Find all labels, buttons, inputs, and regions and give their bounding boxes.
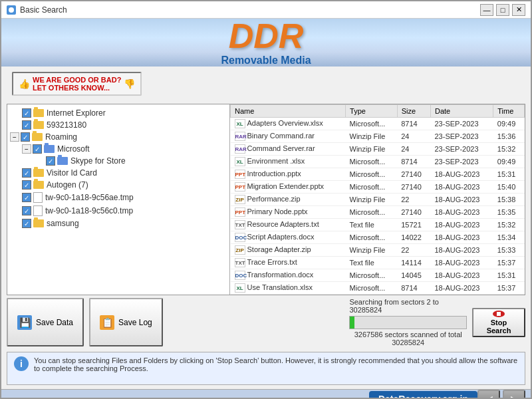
- file-type-icon: RAR: [235, 132, 245, 141]
- tree-item-visitor-id-card[interactable]: ✓Visitor Id Card: [7, 167, 229, 179]
- file-type-cell: Microsoft...: [346, 282, 398, 295]
- file-size-cell: 8714: [397, 282, 430, 295]
- stop-search-button[interactable]: StopSearch: [472, 308, 525, 337]
- tree-item-roaming[interactable]: −✓Roaming: [7, 131, 229, 143]
- tree-item-microsoft[interactable]: −✓Microsoft: [7, 143, 229, 155]
- file-name-cell: ZIPStorage Adapter.zip: [231, 244, 346, 257]
- save-log-icon: 📋: [100, 315, 114, 330]
- file-name-cell: DOCScript Adapters.docx: [231, 231, 346, 244]
- file-size-cell: 24: [397, 143, 430, 156]
- checkbox[interactable]: ✓: [22, 108, 31, 118]
- table-row[interactable]: XLEnvironment .xlsx Microsoft... 8714 23…: [231, 156, 525, 168]
- file-table: NameTypeSizeDateTime XLAdapters Overview…: [230, 104, 525, 295]
- file-date-cell: 18-AUG-2023: [431, 194, 493, 206]
- file-date-cell: 18-AUG-2023: [431, 269, 493, 282]
- tree-label: Autogen (7): [47, 180, 88, 190]
- tree-item-tw2[interactable]: ✓tw-9c0-1a18-9c56c0.tmp: [7, 204, 229, 217]
- file-size-cell: 27140: [397, 206, 430, 219]
- close-button[interactable]: ✕: [512, 4, 525, 16]
- file-panel[interactable]: NameTypeSizeDateTime XLAdapters Overview…: [230, 104, 525, 295]
- file-time-cell: 15:33: [493, 244, 525, 257]
- file-size-cell: 22: [397, 194, 430, 206]
- header: DDR Removable Media: [1, 19, 531, 66]
- banner-text: WE ARE GOOD OR BAD? LET OTHERS KNOW...: [33, 76, 121, 92]
- maximize-button[interactable]: □: [496, 4, 509, 16]
- save-log-button[interactable]: 📋 Save Log: [89, 298, 163, 346]
- file-type-cell: Winzip File: [346, 130, 398, 143]
- tree-item-593213180[interactable]: ✓593213180: [7, 119, 229, 131]
- file-time-cell: 15:38: [493, 194, 525, 206]
- table-row[interactable]: XLAdapters Overview.xlsx Microsoft... 87…: [231, 118, 525, 130]
- file-type-cell: Microsoft...: [346, 118, 398, 130]
- back-button[interactable]: ◀: [477, 390, 500, 399]
- forward-button[interactable]: ▶: [503, 390, 525, 399]
- tree-label: Internet Explorer: [47, 108, 106, 118]
- file-name-cell: PPTIntroduction.pptx: [231, 168, 346, 181]
- file-type-icon: ZIP: [235, 245, 245, 255]
- table-row[interactable]: ZIPStorage Adapter.zip Winzip File 22 18…: [231, 244, 525, 257]
- file-type-cell: Winzip File: [346, 143, 398, 156]
- checkbox[interactable]: ✓: [21, 132, 30, 142]
- file-time-cell: 15:37: [493, 282, 525, 295]
- save-log-label: Save Log: [118, 318, 152, 327]
- minimize-button[interactable]: —: [480, 4, 493, 16]
- banner[interactable]: 👍 WE ARE GOOD OR BAD? LET OTHERS KNOW...…: [12, 72, 142, 96]
- titlebar-left: Basic Search: [7, 5, 67, 15]
- table-row[interactable]: PPTMigration Extender.pptx Microsoft... …: [231, 181, 525, 194]
- table-row[interactable]: TXTTrace Errors.txt Text file 14114 18-A…: [231, 257, 525, 269]
- checkbox[interactable]: ✓: [46, 156, 55, 166]
- table-row[interactable]: DOCScript Adapters.docx Microsoft... 140…: [231, 231, 525, 244]
- table-row[interactable]: TXTResource Adapters.txt Text file 15721…: [231, 219, 525, 231]
- column-header-date[interactable]: Date: [431, 105, 493, 118]
- file-type-icon: XL: [235, 119, 245, 128]
- save-data-button[interactable]: 💾 Save Data: [7, 298, 84, 346]
- table-row[interactable]: ZIPPerformance.zip Winzip File 22 18-AUG…: [231, 194, 525, 206]
- tree-item-samsung[interactable]: ✓samsung: [7, 217, 229, 229]
- file-date-cell: 18-AUG-2023: [431, 181, 493, 194]
- file-time-cell: 09:49: [493, 118, 525, 130]
- table-row[interactable]: RARCommand Server.rar Winzip File 24 23-…: [231, 143, 525, 156]
- column-header-size[interactable]: Size: [397, 105, 430, 118]
- checkbox[interactable]: ✓: [22, 219, 31, 228]
- table-row[interactable]: XLUse Translation.xlsx Microsoft... 8714…: [231, 282, 525, 295]
- table-row[interactable]: PPTPrimary Node.pptx Microsoft... 27140 …: [231, 206, 525, 219]
- checkbox[interactable]: ✓: [22, 206, 31, 215]
- tree-item-skype-for-store[interactable]: ✓Skype for Store: [7, 155, 229, 167]
- file-size-cell: 27140: [397, 168, 430, 181]
- table-row[interactable]: RARBinary Command.rar Winzip File 24 23-…: [231, 130, 525, 143]
- tree-item-tw1[interactable]: ✓tw-9c0-1a18-9c56ae.tmp: [7, 191, 229, 204]
- banner-thumb-icon: 👍: [19, 78, 30, 89]
- titlebar-controls: — □ ✕: [480, 4, 525, 16]
- checkbox[interactable]: ✓: [22, 120, 31, 130]
- tree-item-autogen7[interactable]: ✓Autogen (7): [7, 179, 229, 191]
- checkbox[interactable]: ✓: [22, 168, 31, 178]
- folder-icon: [32, 133, 43, 141]
- file-time-cell: 15:31: [493, 269, 525, 282]
- expand-btn[interactable]: −: [10, 132, 19, 142]
- file-name-cell: XLEnvironment .xlsx: [231, 156, 346, 168]
- checkbox[interactable]: ✓: [22, 180, 31, 190]
- tree-item-internet-explorer[interactable]: ✓Internet Explorer: [7, 107, 229, 119]
- file-size-cell: 8714: [397, 118, 430, 130]
- file-size-cell: 22: [397, 244, 430, 257]
- tree-label: tw-9c0-1a18-9c56c0.tmp: [45, 206, 133, 215]
- file-type-icon: PPT: [235, 170, 245, 179]
- tree-label: Microsoft: [57, 144, 90, 154]
- checkbox[interactable]: ✓: [22, 193, 31, 202]
- file-date-cell: 18-AUG-2023: [431, 244, 493, 257]
- table-row[interactable]: PPTIntroduction.pptx Microsoft... 27140 …: [231, 168, 525, 181]
- table-row[interactable]: DOCTransformation.docx Microsoft... 1404…: [231, 269, 525, 282]
- file-type-icon: DOC: [235, 271, 245, 280]
- file-size-cell: 14022: [397, 231, 430, 244]
- expand-btn[interactable]: −: [22, 144, 31, 154]
- tree-panel[interactable]: ✓Internet Explorer✓593213180−✓Roaming−✓M…: [7, 104, 230, 295]
- column-header-time[interactable]: Time: [493, 105, 525, 118]
- column-header-type[interactable]: Type: [346, 105, 398, 118]
- file-name-cell: TXTResource Adapters.txt: [231, 219, 346, 231]
- column-header-name[interactable]: Name: [231, 105, 346, 118]
- checkbox[interactable]: ✓: [33, 144, 42, 154]
- file-size-cell: 8714: [397, 156, 430, 168]
- file-date-cell: 23-SEP-2023: [431, 143, 493, 156]
- nav-buttons: ◀ ▶: [477, 390, 525, 399]
- file-type-cell: Text file: [346, 219, 398, 231]
